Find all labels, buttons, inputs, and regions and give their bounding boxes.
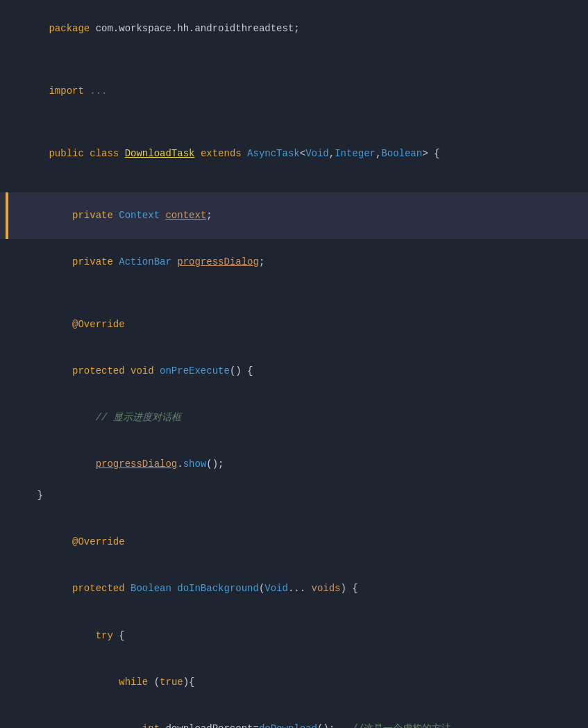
line-indicator <box>6 565 8 612</box>
annotation: @Override <box>49 536 124 547</box>
line-indicator <box>6 68 8 115</box>
code-text: } <box>14 488 580 503</box>
code-text: private ActionBar progressDialog; <box>14 239 580 286</box>
line-indicator <box>6 706 8 728</box>
code-content: ) { <box>341 583 358 594</box>
code-content: ; <box>206 210 212 221</box>
code-text: private Context context; <box>14 192 580 239</box>
code-text <box>14 52 580 67</box>
code-editor: package com.workspace.hh.androidthreadte… <box>0 0 588 728</box>
keyword: while <box>119 677 153 688</box>
code-text <box>14 286 580 301</box>
code-content <box>49 630 95 641</box>
type-name: ActionBar <box>119 256 177 267</box>
keyword: int <box>142 723 166 728</box>
code-content <box>49 210 72 221</box>
code-content: (); <box>206 458 224 470</box>
keyword: try <box>96 630 119 641</box>
line-indicator <box>6 192 8 239</box>
code-content <box>49 723 142 728</box>
keyword: true <box>160 677 183 688</box>
code-line: package com.workspace.hh.androidthreadte… <box>0 6 588 52</box>
code-text: int downloadPercent=doDownload(); //这是一个… <box>14 706 580 728</box>
code-text: @Override <box>14 301 580 347</box>
keyword: private <box>72 256 119 267</box>
variable: progressDialog <box>96 458 178 470</box>
line-indicator <box>6 301 8 347</box>
code-line: progressDialog.show(); <box>0 441 588 488</box>
param: voids <box>312 583 341 594</box>
line-indicator <box>6 519 8 565</box>
line-indicator <box>6 348 8 395</box>
code-content: , <box>329 148 335 159</box>
code-content <box>49 583 72 594</box>
line-indicator <box>6 441 8 488</box>
keyword: extends <box>201 148 247 159</box>
code-text: while (true){ <box>14 659 580 705</box>
code-content: } <box>14 490 43 501</box>
code-text <box>14 176 580 192</box>
line-indicator <box>6 504 8 519</box>
code-text <box>14 504 580 519</box>
code-text: try { <box>14 612 580 659</box>
keyword: void <box>131 365 160 377</box>
keyword: private <box>72 210 119 221</box>
code-content <box>49 677 119 688</box>
variable: progressDialog <box>177 256 259 267</box>
line-indicator <box>6 659 8 705</box>
code-content: ( <box>154 677 160 688</box>
code-line <box>0 176 588 192</box>
code-content: . <box>177 458 183 470</box>
line-indicator <box>6 6 8 52</box>
line-indicator <box>6 286 8 301</box>
code-text <box>14 115 580 130</box>
code-line: } <box>0 488 588 503</box>
code-line: private ActionBar progressDialog; <box>0 239 588 286</box>
type-name: Boolean <box>131 583 177 594</box>
code-line: @Override <box>0 301 588 347</box>
code-text: protected Boolean doInBackground(Void...… <box>14 565 580 612</box>
code-line: protected Boolean doInBackground(Void...… <box>0 565 588 612</box>
method-call: doDownload <box>259 723 317 728</box>
code-line <box>0 115 588 130</box>
method-call: show <box>183 458 207 470</box>
variable: context <box>165 210 206 221</box>
code-text: // 显示进度对话框 <box>14 395 580 441</box>
keyword: protected <box>72 365 131 377</box>
code-line <box>0 286 588 301</box>
code-line <box>0 504 588 519</box>
code-line: int downloadPercent=doDownload(); //这是一个… <box>0 706 588 728</box>
code-line: import ... <box>0 68 588 115</box>
code-line: private Context context; <box>0 192 588 239</box>
keyword: protected <box>72 583 131 594</box>
code-text: package com.workspace.hh.androidthreadte… <box>14 6 580 52</box>
comment: // 显示进度对话框 <box>49 412 180 423</box>
code-content <box>49 256 72 267</box>
code-text: import ... <box>14 68 580 115</box>
line-indicator <box>6 612 8 659</box>
line-indicator <box>6 239 8 286</box>
code-line: public class DownloadTask extends AsyncT… <box>0 130 588 176</box>
code-content: () { <box>230 365 253 377</box>
code-content: ... <box>90 85 107 97</box>
line-indicator <box>6 115 8 130</box>
code-content: (); <box>317 723 352 728</box>
code-line: // 显示进度对话框 <box>0 395 588 441</box>
code-line <box>0 52 588 67</box>
code-content: ){ <box>183 677 195 688</box>
line-indicator <box>6 52 8 67</box>
code-text: public class DownloadTask extends AsyncT… <box>14 130 580 176</box>
code-content <box>194 148 200 159</box>
line-indicator <box>6 176 8 192</box>
keyword: import <box>49 85 90 97</box>
code-line: protected void onPreExecute() { <box>0 348 588 395</box>
type-name: Integer <box>335 148 376 159</box>
code-text: @Override <box>14 519 580 565</box>
code-content: ; <box>259 256 264 267</box>
line-indicator <box>6 488 8 503</box>
type-name: AsyncTask <box>247 148 300 159</box>
code-content: downloadPercent= <box>165 723 258 728</box>
method-name: onPreExecute <box>160 365 230 377</box>
code-content <box>49 365 72 377</box>
code-text: protected void onPreExecute() { <box>14 348 580 395</box>
